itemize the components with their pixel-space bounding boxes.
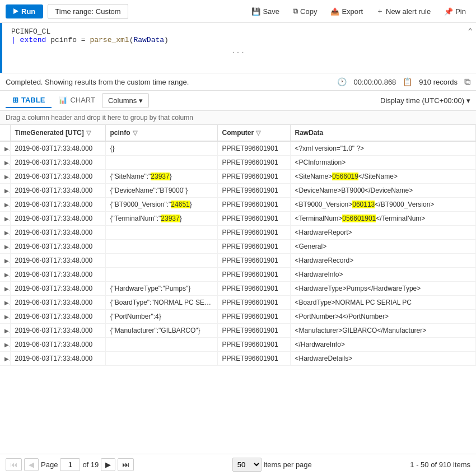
th-rawdata-label: RawData (295, 129, 324, 137)
cell-computer: PPRET996601901 (217, 324, 290, 338)
status-bar: Completed. Showing results from the cust… (0, 73, 476, 91)
cell-rawdata: </HardwareInfo> (290, 338, 476, 352)
columns-label: Columns (108, 96, 137, 105)
tab-chart[interactable]: 📊 CHART (52, 93, 102, 108)
th-rawdata: RawData (290, 125, 476, 141)
table-header-row: TimeGenerated [UTC] ▽ pcinfo ▽ Computer … (0, 125, 476, 141)
display-time-selector[interactable]: Display time (UTC+00:00) ▾ (380, 96, 470, 105)
cell-pcinfo: {"TerminalNum":"23937} (105, 212, 217, 226)
row-expand-button[interactable]: ▶ (4, 187, 10, 194)
cell-time: 2019-06-03T17:33:48.000 (10, 338, 105, 352)
row-expand-button[interactable]: ▶ (4, 257, 10, 264)
per-page-selector: 10 25 50 100 items per page (232, 458, 312, 472)
row-expand-button[interactable]: ▶ (4, 243, 10, 250)
time-range-button[interactable]: Time range: Custom (48, 4, 128, 19)
items-per-page-label: items per page (264, 460, 312, 469)
cell-rawdata: <BoardType>NORMAL PC SERIAL PC (290, 296, 476, 310)
th-pcinfo-label: pcinfo (110, 129, 130, 137)
cell-time: 2019-06-03T17:33:48.000 (10, 310, 105, 324)
th-computer-filter-icon[interactable]: ▽ (256, 129, 260, 137)
th-computer: Computer ▽ (217, 125, 290, 141)
query-editor[interactable]: PCINFO_CL | extend pcinfo = parse_xml(Ra… (0, 23, 476, 73)
copy-button[interactable]: ⧉ Copy (288, 4, 321, 18)
row-expand-button[interactable]: ▶ (4, 313, 10, 320)
row-expand-button[interactable]: ▶ (4, 341, 10, 348)
th-time-generated: TimeGenerated [UTC] ▽ (10, 125, 105, 141)
row-expand-button[interactable]: ▶ (4, 145, 10, 152)
cell-rawdata: <Manufacturer>GILBARCO</Manufacturer> (290, 324, 476, 338)
cell-time: 2019-06-03T17:33:48.000 (10, 212, 105, 226)
page-number-input[interactable] (60, 458, 80, 471)
pin-button[interactable]: 📌 Pin (440, 4, 470, 18)
cell-time: 2019-06-03T17:33:48.000 (10, 226, 105, 240)
play-icon (13, 8, 18, 14)
cell-rawdata: <General> (290, 240, 476, 254)
row-expand-button[interactable]: ▶ (4, 327, 10, 334)
drag-hint-bar: Drag a column header and drop it here to… (0, 111, 476, 125)
per-page-select[interactable]: 10 25 50 100 (232, 458, 262, 472)
cell-computer: PPRET996601901 (217, 184, 290, 198)
cell-pcinfo: {"DeviceName":"BT9000"} (105, 184, 217, 198)
cell-pcinfo: {"HardwareType":"Pumps"} (105, 282, 217, 296)
page-prev-button[interactable]: ◀ (24, 458, 39, 471)
page-next-button[interactable]: ▶ (101, 458, 115, 471)
cell-pcinfo: {"BoardType":"NORMAL PC SERIAL PORT"} (105, 296, 217, 310)
status-metrics: 🕐 00:00:00.868 📋 910 records ⧉ (337, 77, 470, 87)
cell-pcinfo (105, 156, 217, 170)
cell-time: 2019-06-03T17:33:48.000 (10, 352, 105, 366)
page-first-button[interactable]: ⏮ (6, 458, 22, 471)
cell-pcinfo (105, 226, 217, 240)
save-button[interactable]: 💾 Save (247, 4, 284, 18)
cell-pcinfo: {"SiteName":"23937} (105, 170, 217, 184)
cell-time: 2019-06-03T17:33:48.000 (10, 282, 105, 296)
cell-computer: PPRET996601901 (217, 198, 290, 212)
row-expand-button[interactable]: ▶ (4, 201, 10, 208)
editor-keyword-extend: | extend (11, 36, 50, 44)
cell-computer: PPRET996601901 (217, 226, 290, 240)
table-row: ▶2019-06-03T17:33:48.000PPRET996601901<H… (0, 352, 476, 366)
th-pcinfo-filter-icon[interactable]: ▽ (133, 129, 137, 137)
cell-pcinfo (105, 338, 217, 352)
records-icon: 📋 (403, 77, 412, 86)
th-expand (0, 125, 10, 141)
row-expand-button[interactable]: ▶ (4, 229, 10, 236)
time-range-label: Time range: Custom (55, 7, 120, 16)
results-table: TimeGenerated [UTC] ▽ pcinfo ▽ Computer … (0, 125, 476, 366)
cell-computer: PPRET996601901 (217, 156, 290, 170)
results-table-container[interactable]: TimeGenerated [UTC] ▽ pcinfo ▽ Computer … (0, 125, 476, 454)
row-expand-button[interactable]: ▶ (4, 299, 10, 306)
tab-table[interactable]: ⊞ TABLE (6, 93, 52, 108)
view-tabs-bar: ⊞ TABLE 📊 CHART Columns ▾ Display time (… (0, 91, 476, 111)
pagination-bar: ⏮ ◀ Page of 19 ▶ ⏭ 10 25 50 100 items pe… (0, 454, 476, 475)
th-time-filter-icon[interactable]: ▽ (86, 129, 91, 137)
row-expand-button[interactable]: ▶ (4, 159, 10, 166)
new-alert-button[interactable]: ＋ New alert rule (372, 3, 435, 19)
row-expand-button[interactable]: ▶ (4, 285, 10, 292)
row-expand-button[interactable]: ▶ (4, 355, 10, 362)
cell-time: 2019-06-03T17:33:48.000 (10, 324, 105, 338)
tabs-left-group: ⊞ TABLE 📊 CHART Columns ▾ (6, 93, 149, 108)
copy-results-button[interactable]: ⧉ (464, 77, 470, 87)
table-body: ▶2019-06-03T17:33:48.000{}PPRET996601901… (0, 141, 476, 366)
cell-pcinfo (105, 254, 217, 268)
table-row: ▶2019-06-03T17:33:48.000{"DeviceName":"B… (0, 184, 476, 198)
editor-paren-close: ) (164, 36, 169, 44)
row-expand-button[interactable]: ▶ (4, 215, 10, 222)
page-last-button[interactable]: ⏭ (118, 458, 134, 471)
run-button[interactable]: Run (6, 4, 43, 18)
cell-time: 2019-06-03T17:33:48.000 (10, 170, 105, 184)
save-icon: 💾 (251, 7, 260, 16)
cell-time: 2019-06-03T17:33:48.000 (10, 268, 105, 282)
columns-button[interactable]: Columns ▾ (102, 93, 149, 108)
editor-line-2: | extend pcinfo = parse_xml(RawData) (11, 36, 470, 44)
collapse-editor-button[interactable]: ⌃ (468, 26, 473, 36)
table-row: ▶2019-06-03T17:33:48.000{"TerminalNum":"… (0, 212, 476, 226)
clock-icon: 🕐 (337, 77, 347, 86)
cell-rawdata: <HardwareReport> (290, 226, 476, 240)
export-button[interactable]: 📤 Export (326, 4, 367, 18)
th-computer-label: Computer (222, 129, 254, 137)
row-expand-button[interactable]: ▶ (4, 271, 10, 278)
cell-rawdata: <TerminalNum>056601901</TerminalNum> (290, 212, 476, 226)
table-icon: ⊞ (12, 96, 18, 104)
row-expand-button[interactable]: ▶ (4, 173, 10, 180)
